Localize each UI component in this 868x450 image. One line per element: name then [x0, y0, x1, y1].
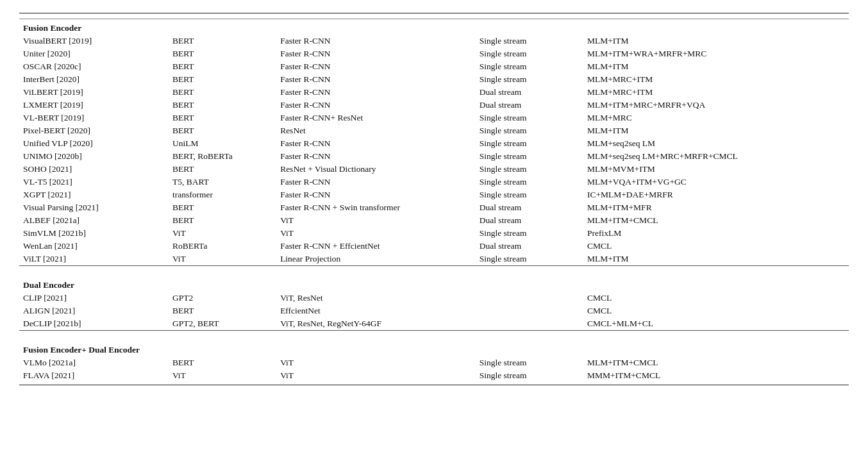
col-header-vision-encoder: [276, 13, 476, 19]
cell-pretrain: MLM+ITM: [583, 253, 849, 266]
cell-vision: Faster R-CNN: [276, 176, 476, 188]
cell-name: ViLT [2021]: [19, 253, 169, 266]
cell-name: Unified VLP [2020]: [19, 137, 169, 150]
cell-pretrain: IC+MLM+DAE+MRFR: [583, 188, 849, 201]
cell-name: ALIGN [2021]: [19, 304, 169, 317]
cell-text: BERT: [169, 60, 276, 73]
cell-vision: ViT, ResNet, RegNetY-64GF: [276, 317, 476, 331]
cell-name: OSCAR [2020c]: [19, 60, 169, 73]
cell-pretrain: MLM+MVM+ITM: [583, 163, 849, 176]
cell-name: VisualBERT [2019]: [19, 35, 169, 47]
cell-vision: ViT: [276, 356, 476, 369]
cell-vision: ViT, ResNet: [276, 292, 476, 304]
table-row: LXMERT [2019]BERTFaster R-CNNDual stream…: [19, 99, 849, 112]
table-row: VL-T5 [2021]T5, BARTFaster R-CNNSingle s…: [19, 176, 849, 188]
cell-fusion: Dual stream: [476, 240, 583, 253]
cell-vision: Faster R-CNN: [276, 60, 476, 73]
cell-vision: Faster R-CNN: [276, 86, 476, 99]
cell-vision: ResNet: [276, 124, 476, 137]
cell-fusion: [476, 292, 583, 304]
cell-fusion: Single stream: [476, 188, 583, 201]
cell-text: GPT2, BERT: [169, 317, 276, 331]
cell-fusion: Single stream: [476, 356, 583, 369]
cell-fusion: Single stream: [476, 150, 583, 163]
cell-fusion: Single stream: [476, 137, 583, 150]
cell-name: VLMo [2021a]: [19, 356, 169, 369]
cell-pretrain: MLM+MRC: [583, 112, 849, 124]
cell-fusion: Single stream: [476, 163, 583, 176]
cell-vision: ViT: [276, 214, 476, 227]
cell-name: ViLBERT [2019]: [19, 86, 169, 99]
table-row: OSCAR [2020c]BERTFaster R-CNNSingle stre…: [19, 60, 849, 73]
cell-vision: Faster R-CNN: [276, 188, 476, 201]
cell-name: Visual Parsing [2021]: [19, 201, 169, 214]
cell-fusion: [476, 304, 583, 317]
table-row: Visual Parsing [2021]BERTFaster R-CNN + …: [19, 201, 849, 214]
cell-pretrain: MLM+seq2seq LM+MRC+MRFR+CMCL: [583, 150, 849, 163]
table-row: InterBert [2020]BERTFaster R-CNNSingle s…: [19, 73, 849, 86]
cell-name: UNIMO [2020b]: [19, 150, 169, 163]
table-row: Pixel-BERT [2020]BERTResNetSingle stream…: [19, 124, 849, 137]
section-header-row: Fusion Encoder+ Dual Encoder: [19, 341, 849, 356]
cell-text: BERT: [169, 86, 276, 99]
cell-text: UniLM: [169, 137, 276, 150]
cell-text: BERT: [169, 304, 276, 317]
section-title: Dual Encoder: [19, 276, 849, 292]
table-row: ALBEF [2021a]BERTViTDual streamMLM+ITM+C…: [19, 214, 849, 227]
cell-fusion: Single stream: [476, 112, 583, 124]
cell-fusion: Single stream: [476, 124, 583, 137]
cell-vision: Faster R-CNN: [276, 99, 476, 112]
cell-name: ALBEF [2021a]: [19, 214, 169, 227]
cell-text: BERT: [169, 163, 276, 176]
cell-vision: Faster R-CNN: [276, 150, 476, 163]
cell-pretrain: MLM+ITM+WRA+MRFR+MRC: [583, 47, 849, 60]
table-row: ViLBERT [2019]BERTFaster R-CNNDual strea…: [19, 86, 849, 99]
table-row: XGPT [2021]transformerFaster R-CNNSingle…: [19, 188, 849, 201]
cell-vision: Linear Projection: [276, 253, 476, 266]
cell-name: WenLan [2021]: [19, 240, 169, 253]
cell-text: BERT: [169, 214, 276, 227]
cell-text: BERT: [169, 124, 276, 137]
cell-pretrain: CMCL: [583, 292, 849, 304]
section-divider: [19, 266, 849, 277]
cell-pretrain: MLM+ITM: [583, 124, 849, 137]
cell-text: BERT: [169, 99, 276, 112]
cell-name: XGPT [2021]: [19, 188, 169, 201]
section-title: Fusion Encoder: [19, 19, 849, 35]
cell-fusion: Single stream: [476, 253, 583, 266]
cell-text: BERT: [169, 73, 276, 86]
table-row: FLAVA [2021]ViTViTSingle streamMMM+ITM+C…: [19, 369, 849, 385]
cell-fusion: Single stream: [476, 47, 583, 60]
col-header-pretraining-tasks: [583, 13, 849, 19]
cell-pretrain: CMCL: [583, 240, 849, 253]
cell-text: GPT2: [169, 292, 276, 304]
table-row: SOHO [2021]BERTResNet + Visual Dictionar…: [19, 163, 849, 176]
section-header-row: Fusion Encoder: [19, 19, 849, 35]
cell-pretrain: MLM+ITM: [583, 35, 849, 47]
cell-fusion: Single stream: [476, 73, 583, 86]
cell-text: BERT, RoBERTa: [169, 150, 276, 163]
cell-fusion: Dual stream: [476, 201, 583, 214]
cell-text: BERT: [169, 35, 276, 47]
cell-pretrain: MLM+seq2seq LM: [583, 137, 849, 150]
table-row: SimVLM [2021b]ViTViTSingle streamPrefixL…: [19, 227, 849, 240]
cell-vision: Faster R-CNN: [276, 47, 476, 60]
cell-pretrain: MLM+ITM+MFR: [583, 201, 849, 214]
cell-vision: Faster R-CNN + EffcientNet: [276, 240, 476, 253]
cell-text: BERT: [169, 112, 276, 124]
cell-vision: EffcientNet: [276, 304, 476, 317]
section-header-row: Dual Encoder: [19, 276, 849, 292]
cell-pretrain: MLM+ITM+CMCL: [583, 356, 849, 369]
cell-name: VL-BERT [2019]: [19, 112, 169, 124]
cell-fusion: Single stream: [476, 60, 583, 73]
cell-pretrain: MMM+ITM+CMCL: [583, 369, 849, 385]
cell-vision: Faster R-CNN + Swin transformer: [276, 201, 476, 214]
table-row: UNIMO [2020b]BERT, RoBERTaFaster R-CNNSi…: [19, 150, 849, 163]
cell-pretrain: CMCL: [583, 304, 849, 317]
table-row: VL-BERT [2019]BERTFaster R-CNN+ ResNetSi…: [19, 112, 849, 124]
cell-fusion: Dual stream: [476, 86, 583, 99]
table-row: DeCLIP [2021b]GPT2, BERTViT, ResNet, Reg…: [19, 317, 849, 331]
cell-fusion: Single stream: [476, 369, 583, 385]
cell-vision: Faster R-CNN: [276, 137, 476, 150]
cell-pretrain: PrefixLM: [583, 227, 849, 240]
